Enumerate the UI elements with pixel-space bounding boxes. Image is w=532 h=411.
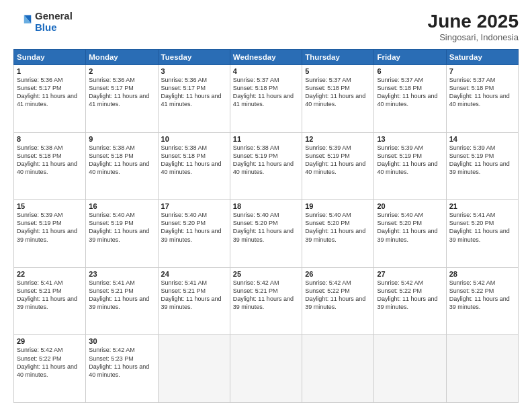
table-row: 5 Sunrise: 5:37 AM Sunset: 5:18 PM Dayli… (302, 65, 374, 133)
table-row: 1 Sunrise: 5:36 AM Sunset: 5:17 PM Dayli… (14, 65, 86, 133)
table-row: 3 Sunrise: 5:36 AM Sunset: 5:17 PM Dayli… (158, 65, 230, 133)
logo-blue-text: Blue (35, 21, 57, 33)
calendar-table: Sunday Monday Tuesday Wednesday Thursday… (13, 49, 519, 403)
header: General Blue June 2025 Singosari, Indone… (13, 11, 519, 42)
table-row: 23 Sunrise: 5:41 AM Sunset: 5:21 PM Dayl… (86, 267, 158, 335)
table-row: 27 Sunrise: 5:42 AM Sunset: 5:22 PM Dayl… (374, 267, 446, 335)
calendar-subtitle: Singosari, Indonesia (428, 32, 519, 42)
table-row: 22 Sunrise: 5:41 AM Sunset: 5:21 PM Dayl… (14, 267, 86, 335)
table-row: 29 Sunrise: 5:42 AM Sunset: 5:22 PM Dayl… (14, 335, 86, 403)
logo: General Blue (13, 11, 73, 33)
table-row (446, 335, 518, 403)
table-row (302, 335, 374, 403)
table-row: 21 Sunrise: 5:41 AM Sunset: 5:20 PM Dayl… (446, 200, 518, 268)
table-row: 16 Sunrise: 5:40 AM Sunset: 5:19 PM Dayl… (86, 200, 158, 268)
title-block: June 2025 Singosari, Indonesia (428, 11, 519, 42)
col-sunday: Sunday (14, 50, 86, 65)
table-row (230, 335, 302, 403)
table-row: 28 Sunrise: 5:42 AM Sunset: 5:22 PM Dayl… (446, 267, 518, 335)
calendar-header-row: Sunday Monday Tuesday Wednesday Thursday… (14, 50, 519, 65)
table-row: 30 Sunrise: 5:42 AM Sunset: 5:23 PM Dayl… (86, 335, 158, 403)
table-row: 17 Sunrise: 5:40 AM Sunset: 5:20 PM Dayl… (158, 200, 230, 268)
col-monday: Monday (86, 50, 158, 65)
table-row: 19 Sunrise: 5:40 AM Sunset: 5:20 PM Dayl… (302, 200, 374, 268)
table-row: 13 Sunrise: 5:39 AM Sunset: 5:19 PM Dayl… (374, 132, 446, 200)
calendar-title: June 2025 (428, 11, 519, 32)
col-friday: Friday (374, 50, 446, 65)
col-wednesday: Wednesday (230, 50, 302, 65)
table-row: 14 Sunrise: 5:39 AM Sunset: 5:19 PM Dayl… (446, 132, 518, 200)
table-row: 15 Sunrise: 5:39 AM Sunset: 5:19 PM Dayl… (14, 200, 86, 268)
col-saturday: Saturday (446, 50, 518, 65)
table-row: 4 Sunrise: 5:37 AM Sunset: 5:18 PM Dayli… (230, 65, 302, 133)
logo-general-text: General (35, 10, 73, 21)
table-row: 20 Sunrise: 5:40 AM Sunset: 5:20 PM Dayl… (374, 200, 446, 268)
table-row: 7 Sunrise: 5:37 AM Sunset: 5:18 PM Dayli… (446, 65, 518, 133)
page: General Blue June 2025 Singosari, Indone… (0, 0, 532, 411)
logo-icon (13, 13, 32, 32)
table-row: 6 Sunrise: 5:37 AM Sunset: 5:18 PM Dayli… (374, 65, 446, 133)
table-row: 8 Sunrise: 5:38 AM Sunset: 5:18 PM Dayli… (14, 132, 86, 200)
logo-text: General Blue (35, 11, 73, 33)
table-row: 26 Sunrise: 5:42 AM Sunset: 5:22 PM Dayl… (302, 267, 374, 335)
table-row (374, 335, 446, 403)
table-row: 18 Sunrise: 5:40 AM Sunset: 5:20 PM Dayl… (230, 200, 302, 268)
table-row: 11 Sunrise: 5:38 AM Sunset: 5:19 PM Dayl… (230, 132, 302, 200)
table-row (158, 335, 230, 403)
col-tuesday: Tuesday (158, 50, 230, 65)
table-row: 9 Sunrise: 5:38 AM Sunset: 5:18 PM Dayli… (86, 132, 158, 200)
table-row: 2 Sunrise: 5:36 AM Sunset: 5:17 PM Dayli… (86, 65, 158, 133)
table-row: 24 Sunrise: 5:41 AM Sunset: 5:21 PM Dayl… (158, 267, 230, 335)
table-row: 10 Sunrise: 5:38 AM Sunset: 5:18 PM Dayl… (158, 132, 230, 200)
table-row: 12 Sunrise: 5:39 AM Sunset: 5:19 PM Dayl… (302, 132, 374, 200)
table-row: 25 Sunrise: 5:42 AM Sunset: 5:21 PM Dayl… (230, 267, 302, 335)
col-thursday: Thursday (302, 50, 374, 65)
